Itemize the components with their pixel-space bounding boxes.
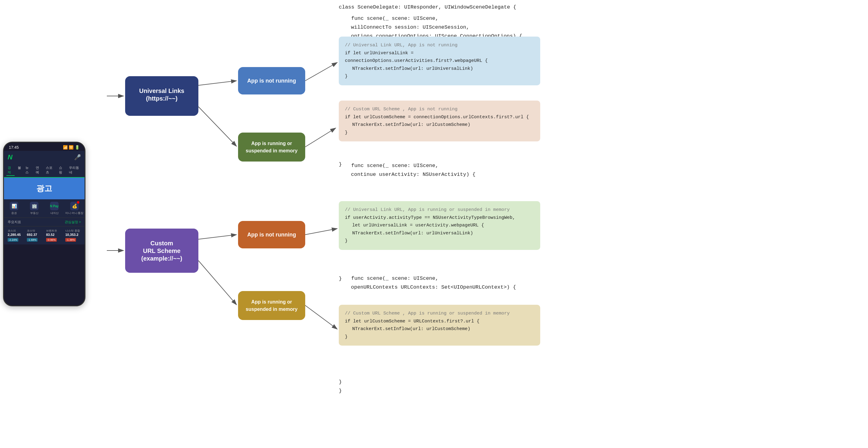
func2-area: func scene(_ scene: UIScene, continue us…	[339, 162, 475, 179]
brent-change: -0.96%	[46, 238, 57, 242]
panel4-line3: }	[345, 333, 534, 341]
stock-kospi: 코스피 2,280.45 -2.24%	[6, 228, 24, 243]
panel4-line1: if let urlCustomScheme = URLContexts.fir…	[345, 317, 534, 325]
phone-menu-bar: 경제 볼 뉴스 연예 스포츠 쇼핑 우리동네	[4, 164, 85, 178]
menu-economy[interactable]: 경제	[6, 165, 14, 176]
panel2-line2: NTrackerExt.setInflow(url: urlCustomSche…	[345, 121, 534, 129]
kospi-change: -2.24%	[8, 238, 18, 242]
panel1-line3: }	[345, 72, 534, 80]
svg-text:(example://~~): (example://~~)	[141, 255, 183, 262]
code-panel-universal-running: // Universal Link URL, App is running or…	[339, 201, 540, 250]
npay-badge: N Pay	[50, 205, 59, 208]
kospi-value: 2,280.45	[8, 233, 23, 237]
money-label: 마니·머니·통장	[65, 211, 83, 215]
panel3-comment: // Universal Link URL, App is running or…	[345, 206, 534, 214]
code-panel-custom-running: // Custom URL Scheme , App is running or…	[339, 305, 540, 346]
svg-text:App is not running: App is not running	[247, 232, 296, 238]
svg-text:URL Scheme: URL Scheme	[143, 247, 180, 254]
svg-rect-14	[238, 291, 305, 320]
code-panel-not-running: // Universal Link URL, App is not runnin…	[339, 37, 540, 85]
main-container: 17:45 📶 🛜 🔋 N 🎤 경제 볼 뉴스 연예 스포츠 쇼핑 우리동네 광…	[0, 0, 868, 448]
nasdaq-name: 나스닥 종합	[65, 229, 81, 233]
svg-line-24	[305, 63, 337, 81]
mic-icon: 🎤	[74, 154, 81, 161]
func1-header: func scene(_ scene: UIScene,	[339, 14, 522, 23]
icon-assets[interactable]: N Pay 내자산	[44, 202, 64, 215]
stock-brent: 브렌트유 83.52 -0.96%	[45, 228, 63, 243]
stocks-row: 코스피 2,280.45 -2.24% 코스닥 692.37 -1.68% 브렌…	[6, 228, 82, 243]
panel1-line1: if let urlUniversalLink = connectionOpti…	[345, 49, 534, 65]
phone-signals: 📶 🛜 🔋	[63, 145, 80, 150]
stocks-label: 증권	[11, 211, 17, 215]
section-action[interactable]: 관심설정 >	[65, 220, 81, 224]
svg-rect-7	[238, 67, 305, 95]
panel3-line4: }	[345, 237, 534, 245]
kosdaq-value: 692.37	[27, 233, 42, 237]
assets-label: 내자산	[50, 211, 59, 215]
phone-time: 17:45	[9, 145, 19, 150]
icon-money[interactable]: 💰 마니·머니·통장	[64, 202, 85, 215]
menu-entertainment[interactable]: 연예	[34, 165, 43, 176]
svg-text:suspended in memory: suspended in memory	[246, 307, 298, 312]
menu-ball[interactable]: 볼	[17, 165, 22, 176]
svg-rect-9	[238, 133, 305, 162]
menu-shopping[interactable]: 쇼핑	[58, 165, 66, 176]
assets-icon: N Pay	[50, 202, 59, 210]
menu-news[interactable]: 뉴스	[24, 165, 32, 176]
notification-badge	[77, 201, 79, 204]
code-bottom: } }	[339, 378, 342, 395]
phone-section-title: 주요지표 관심설정 >	[4, 218, 85, 227]
diagram-area: class SceneDelegate: UIResponder, UIWind…	[89, 0, 868, 448]
nasdaq-value: 10,353.2	[65, 233, 81, 237]
svg-line-21	[198, 107, 237, 146]
menu-local[interactable]: 우리동네	[68, 165, 82, 176]
naver-logo: N	[8, 153, 12, 161]
svg-text:Universal Links: Universal Links	[139, 88, 184, 94]
phone-stocks: 코스피 2,280.45 -2.24% 코스닥 692.37 -1.68% 브렌…	[4, 227, 85, 244]
panel3-line3: NTrackerExt.setInflow(url: urlUniversalL…	[345, 230, 534, 237]
svg-line-25	[305, 128, 336, 147]
class-header: class SceneDelegate: UIResponder, UIWind…	[339, 3, 522, 12]
svg-text:Custom: Custom	[151, 240, 173, 247]
panel1-comment: // Universal Link URL, App is not runnin…	[345, 41, 534, 49]
func3-area: func scene(_ scene: UIScene, openURLCont…	[339, 274, 516, 292]
nasdaq-change: -1.38%	[65, 238, 76, 242]
stocks-icon: 📊	[10, 202, 18, 210]
realestate-label: 부동산	[30, 211, 38, 215]
close-brace-3: }	[339, 378, 342, 387]
phone-icons-row: 📊 증권 🏢 부동산 N Pay 내자산 💰	[4, 199, 85, 218]
stock-kosdaq: 코스닥 692.37 -1.68%	[26, 228, 44, 243]
brent-name: 브렌트유	[46, 229, 62, 233]
phone-section: 17:45 📶 🛜 🔋 N 🎤 경제 볼 뉴스 연예 스포츠 쇼핑 우리동네 광…	[0, 0, 89, 448]
svg-rect-3	[125, 229, 198, 273]
phone-nav-bar: N 🎤	[4, 151, 85, 164]
kosdaq-change: -1.68%	[27, 238, 37, 242]
func2-header: func scene(_ scene: UIScene,	[339, 162, 475, 170]
panel1-line2: NTrackerExt.setInflow(url: urlUniversalL…	[345, 65, 534, 73]
panel2-comment: // Custom URL Scheme , App is not runnin…	[345, 105, 534, 113]
svg-text:App is running or: App is running or	[251, 141, 292, 146]
func3-param1: openURLContexts URLContexts: Set<UIOpenU…	[339, 283, 516, 292]
phone-ad-banner: 광고	[4, 178, 85, 199]
svg-rect-12	[238, 221, 305, 248]
menu-sports[interactable]: 스포츠	[44, 165, 56, 176]
func1-param1: willConnectTo session: UISceneSession,	[339, 23, 522, 32]
svg-line-26	[305, 229, 337, 235]
svg-text:(https://~~): (https://~~)	[146, 95, 177, 102]
panel4-comment: // Custom URL Scheme , App is running or…	[345, 310, 534, 317]
phone-mockup: 17:45 📶 🛜 🔋 N 🎤 경제 볼 뉴스 연예 스포츠 쇼핑 우리동네 광…	[3, 142, 86, 306]
icon-stocks[interactable]: 📊 증권	[4, 202, 24, 215]
icon-realestate[interactable]: 🏢 부동산	[24, 202, 44, 215]
code-panel-custom-not-running: // Custom URL Scheme , App is not runnin…	[339, 101, 540, 141]
svg-line-20	[198, 81, 237, 85]
svg-text:App is not running: App is not running	[247, 78, 296, 84]
close-brace-4: }	[339, 387, 342, 395]
svg-line-22	[198, 235, 237, 239]
panel3-line1: if userActivity.activityType == NSUserAc…	[345, 214, 534, 222]
realestate-icon: 🏢	[30, 202, 38, 210]
brent-value: 83.52	[46, 233, 62, 237]
svg-line-23	[198, 261, 237, 305]
svg-text:suspended in memory: suspended in memory	[246, 148, 298, 153]
panel2-line1: if let urlCustomScheme = connectionOptio…	[345, 113, 534, 121]
panel2-line3: }	[345, 129, 534, 137]
